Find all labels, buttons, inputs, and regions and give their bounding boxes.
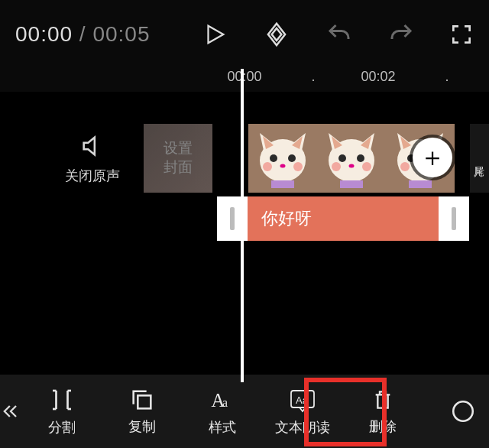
clip-tail[interactable]: 片尾 bbox=[470, 124, 489, 193]
bottom-toolbar: 分割 复制 Aa 样式 Aa 文本朗读 删除 bbox=[0, 375, 489, 448]
circle-icon bbox=[450, 398, 476, 424]
undo-button[interactable] bbox=[325, 21, 353, 48]
toolbar-delete[interactable]: 删除 bbox=[342, 387, 423, 436]
svg-point-10 bbox=[338, 154, 346, 162]
mute-original-audio[interactable]: 关闭原声 bbox=[65, 133, 120, 185]
svg-point-31 bbox=[453, 401, 473, 421]
svg-rect-26 bbox=[138, 395, 151, 408]
svg-point-6 bbox=[280, 164, 286, 168]
time-current: 00:00 bbox=[15, 22, 73, 46]
svg-point-3 bbox=[288, 154, 296, 162]
svg-point-4 bbox=[263, 162, 272, 171]
toolbar-text-to-speech[interactable]: Aa 文本朗读 bbox=[262, 386, 342, 437]
ruler-tick-0: 00:00 bbox=[227, 69, 261, 85]
svg-point-14 bbox=[349, 164, 355, 168]
svg-point-5 bbox=[293, 162, 303, 171]
svg-point-20 bbox=[400, 162, 410, 171]
add-clip-button[interactable]: ＋ bbox=[413, 138, 452, 177]
keyframe-button[interactable] bbox=[262, 20, 291, 49]
chevron-double-left-icon bbox=[0, 399, 21, 424]
ruler-tick-1: 00:02 bbox=[361, 69, 395, 85]
svg-point-11 bbox=[357, 154, 364, 162]
speaker-icon bbox=[79, 133, 105, 159]
playhead[interactable] bbox=[241, 69, 244, 382]
timeline-tracks[interactable]: 关闭原声 设置 封面 ＋ 片尾 你好呀 bbox=[0, 92, 489, 375]
set-cover-button[interactable]: 设置 封面 bbox=[144, 124, 212, 193]
svg-rect-24 bbox=[230, 207, 235, 230]
split-icon bbox=[48, 386, 76, 414]
ruler-dot: · bbox=[445, 72, 449, 88]
style-icon: Aa bbox=[209, 386, 236, 414]
toolbar-back-button[interactable] bbox=[0, 399, 21, 424]
time-display: 00:00 / 00:05 bbox=[15, 22, 151, 47]
tts-icon: Aa bbox=[287, 386, 318, 414]
svg-rect-23 bbox=[409, 180, 432, 188]
text-clip[interactable]: 你好呀 bbox=[217, 196, 469, 241]
svg-rect-25 bbox=[452, 207, 456, 230]
time-duration: 00:05 bbox=[92, 22, 150, 46]
fullscreen-button[interactable] bbox=[449, 22, 474, 47]
text-clip-content: 你好呀 bbox=[261, 207, 312, 230]
svg-rect-7 bbox=[271, 180, 294, 188]
svg-rect-15 bbox=[340, 180, 363, 188]
svg-text:Aa: Aa bbox=[296, 394, 309, 406]
toolbar-split[interactable]: 分割 bbox=[21, 386, 102, 437]
toolbar-style[interactable]: Aa 样式 bbox=[182, 386, 262, 437]
redo-button[interactable] bbox=[387, 21, 415, 48]
toolbar-more[interactable] bbox=[423, 398, 489, 424]
clip-frame bbox=[248, 124, 317, 193]
clip-frame bbox=[317, 124, 386, 193]
svg-point-2 bbox=[270, 154, 277, 162]
top-bar: 00:00 / 00:05 bbox=[0, 0, 489, 69]
copy-icon bbox=[129, 387, 155, 413]
timeline-ruler: 00:00 · 00:02 · bbox=[0, 69, 489, 92]
delete-icon bbox=[371, 387, 395, 413]
svg-text:a: a bbox=[222, 396, 228, 409]
text-clip-handle-right[interactable] bbox=[439, 196, 469, 241]
svg-point-13 bbox=[362, 162, 371, 171]
mute-label: 关闭原声 bbox=[65, 167, 120, 185]
svg-point-12 bbox=[332, 162, 341, 171]
ruler-dot: · bbox=[311, 72, 315, 88]
toolbar-copy[interactable]: 复制 bbox=[102, 387, 182, 436]
play-button[interactable] bbox=[202, 21, 228, 47]
